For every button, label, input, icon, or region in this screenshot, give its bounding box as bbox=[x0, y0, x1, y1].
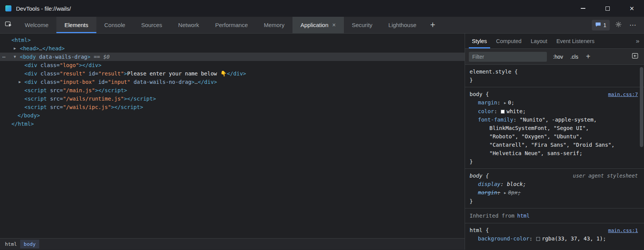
new-style-rule-button[interactable]: + bbox=[584, 52, 592, 61]
more-tools-button[interactable]: + bbox=[424, 17, 441, 33]
tree-node-div-result[interactable]: <div class="result" id="result">Please e… bbox=[0, 69, 465, 78]
styles-scrollbar-thumb[interactable] bbox=[640, 67, 643, 147]
tree-node-script-runtime[interactable]: <script src="/wails/runtime.js"></script… bbox=[0, 95, 465, 103]
more-options-button[interactable]: ⋯ bbox=[627, 19, 639, 31]
style-rule-html-maincss[interactable]: html { main.css:1 background-color: rgba… bbox=[465, 223, 644, 245]
user-agent-stylesheet-label: user agent stylesheet bbox=[573, 171, 638, 180]
node-overflow-dots-icon[interactable]: ⋯ bbox=[2, 53, 5, 61]
rule-header: body { user agent stylesheet bbox=[470, 171, 644, 180]
maximize-button[interactable] bbox=[595, 0, 620, 17]
rule-close-line: } bbox=[470, 157, 644, 166]
rule-header: html { main.css:1 bbox=[470, 226, 644, 234]
tab-layout[interactable]: Layout bbox=[526, 34, 552, 48]
tab-security[interactable]: Security bbox=[344, 17, 380, 33]
css-property-row[interactable]: background-color: rgba(33, 37, 43, 1); bbox=[470, 234, 644, 243]
inherited-from-label: Inherited from bbox=[470, 212, 515, 220]
styles-sidebar: Styles Computed Layout Event Listeners »… bbox=[465, 34, 644, 250]
disclosure-arrow-icon[interactable]: ▶ bbox=[14, 44, 16, 53]
inherited-from-bar: Inherited from html bbox=[465, 208, 644, 223]
devtools-app-icon bbox=[5, 5, 11, 11]
gear-icon bbox=[615, 21, 622, 29]
devtools-tab-bar: Welcome Elements Console Sources Network… bbox=[0, 17, 644, 34]
breadcrumb-body[interactable]: body bbox=[20, 240, 39, 248]
css-property-continuation: BlinkMacSystemFont, "Segoe UI", bbox=[470, 124, 644, 132]
tab-network[interactable]: Network bbox=[170, 17, 207, 33]
window-title: DevTools - file://wails/ bbox=[16, 5, 71, 12]
css-property-row[interactable]: display: block; bbox=[470, 180, 644, 188]
sidebar-toggle-button[interactable] bbox=[631, 52, 640, 61]
tree-node-div-logo[interactable]: <div class="logo"></div> bbox=[0, 61, 465, 69]
tab-lighthouse[interactable]: Lighthouse bbox=[380, 17, 424, 33]
inherited-element-link[interactable]: html bbox=[517, 213, 530, 219]
tab-event-listeners[interactable]: Event Listeners bbox=[552, 34, 599, 48]
tree-node-script-main[interactable]: <script src="/main.js"></script> bbox=[0, 86, 465, 95]
tab-styles[interactable]: Styles bbox=[467, 34, 492, 48]
breadcrumb-html[interactable]: html bbox=[2, 240, 20, 248]
tree-node-script-ipc[interactable]: <script src="/wails/ipc.js"></script> bbox=[0, 103, 465, 111]
tab-memory[interactable]: Memory bbox=[256, 17, 292, 33]
rule-close-line: } bbox=[470, 197, 644, 205]
tree-node-head[interactable]: ▶ <head>…</head> bbox=[0, 44, 465, 53]
tree-node-html-open[interactable]: <html> bbox=[0, 36, 465, 44]
toggle-hover-state-button[interactable]: :hov bbox=[552, 54, 564, 60]
close-button[interactable]: × bbox=[620, 0, 644, 17]
main-content: <html> ▶ <head>…</head> ⋯ ▼ <body data-w… bbox=[0, 34, 644, 250]
settings-button[interactable] bbox=[613, 19, 624, 31]
toolbar-right-group: 1 ⋯ bbox=[592, 17, 644, 33]
disclosure-arrow-icon[interactable]: ▼ bbox=[14, 53, 16, 61]
css-property-continuation: "Helvetica Neue", sans-serif; bbox=[470, 149, 644, 157]
stylesheet-source-link[interactable]: main.css:7 bbox=[608, 91, 638, 97]
tab-application[interactable]: Application × bbox=[292, 17, 344, 33]
rule-close-line: } bbox=[470, 76, 644, 84]
tab-welcome[interactable]: Welcome bbox=[17, 17, 56, 33]
maximize-icon bbox=[606, 6, 610, 11]
tab-sources[interactable]: Sources bbox=[133, 17, 170, 33]
overflow-tabs-button[interactable]: » bbox=[631, 34, 644, 48]
styles-tab-bar: Styles Computed Layout Event Listeners » bbox=[465, 34, 644, 49]
more-options-icon: ⋯ bbox=[630, 21, 637, 29]
close-icon: × bbox=[630, 5, 634, 12]
disclosure-arrow-icon[interactable]: ▶ bbox=[19, 78, 21, 86]
tree-node-body-close[interactable]: </body> bbox=[0, 111, 465, 120]
styles-rule-list: element.style { } body { main.css:7 marg… bbox=[465, 65, 644, 250]
css-property-row[interactable]: margin: ▶0; bbox=[470, 98, 644, 107]
window-controls: × bbox=[571, 0, 644, 17]
dock-sidebar-icon bbox=[631, 52, 639, 61]
breadcrumb: html body bbox=[0, 238, 465, 250]
dom-tree: <html> ▶ <head>…</head> ⋯ ▼ <body data-w… bbox=[0, 34, 465, 238]
tab-console[interactable]: Console bbox=[96, 17, 133, 33]
minimize-button[interactable] bbox=[571, 0, 595, 17]
styles-toolbar: :hov .cls + bbox=[465, 49, 644, 65]
css-property-row[interactable]: color: white; bbox=[470, 107, 644, 115]
style-rule-body-user-agent[interactable]: body { user agent stylesheet display: bl… bbox=[465, 169, 644, 208]
tree-node-div-input-box[interactable]: ▶ <div class="input-box" id="input" data… bbox=[0, 78, 465, 86]
css-property-continuation: "Cantarell", "Fira Sans", "Droid Sans", bbox=[470, 141, 644, 149]
toggle-element-classes-button[interactable]: .cls bbox=[569, 54, 579, 60]
title-bar: DevTools - file://wails/ × bbox=[0, 0, 644, 17]
css-property-row[interactable]: font-family: "Nunito", -apple-system, bbox=[470, 115, 644, 124]
styles-filter-input[interactable] bbox=[469, 52, 547, 62]
style-rule-body-maincss[interactable]: body { main.css:7 margin: ▶0; color: whi… bbox=[465, 87, 644, 169]
minimize-icon bbox=[581, 8, 585, 9]
tab-elements[interactable]: Elements bbox=[56, 17, 96, 33]
inspect-cursor-icon bbox=[5, 21, 12, 30]
inspect-element-button[interactable] bbox=[0, 17, 17, 33]
rule-open-line: element.style { bbox=[470, 67, 644, 76]
style-rule-element-style[interactable]: element.style { } bbox=[465, 65, 644, 87]
feedback-count: 1 bbox=[603, 22, 606, 28]
tab-performance[interactable]: Performance bbox=[207, 17, 256, 33]
css-property-continuation: "Roboto", "Oxygen", "Ubuntu", bbox=[470, 132, 644, 141]
css-property-row-overridden[interactable]: margin: ▶8px; bbox=[470, 188, 644, 197]
tab-computed[interactable]: Computed bbox=[492, 34, 526, 48]
tree-node-html-close[interactable]: </html> bbox=[0, 120, 465, 128]
close-tab-icon[interactable]: × bbox=[332, 22, 336, 29]
stylesheet-source-link[interactable]: main.css:1 bbox=[608, 228, 638, 233]
feedback-badge[interactable]: 1 bbox=[592, 20, 610, 30]
rule-header: body { main.css:7 bbox=[470, 90, 644, 98]
elements-panel: <html> ▶ <head>…</head> ⋯ ▼ <body data-w… bbox=[0, 34, 465, 250]
tree-node-body-open[interactable]: ⋯ ▼ <body data-wails-drag> == $0 bbox=[0, 53, 465, 61]
speech-bubble-icon bbox=[595, 22, 601, 29]
